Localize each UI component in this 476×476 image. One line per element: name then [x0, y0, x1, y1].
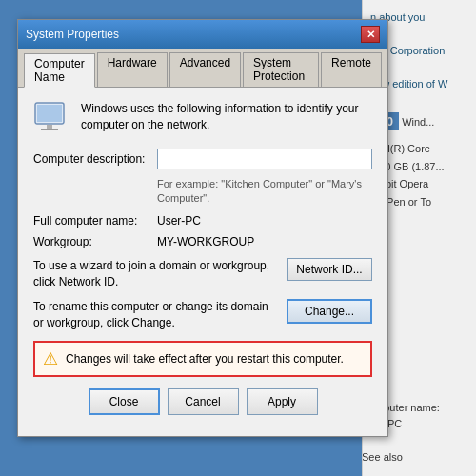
warning-icon: ⚠	[43, 348, 58, 369]
dialog-title: System Properties	[26, 28, 119, 41]
tab-system-protection[interactable]: System Protection	[243, 52, 319, 87]
close-dialog-button[interactable]: Close	[89, 388, 160, 415]
tab-bar: Computer Name Hardware Advanced System P…	[18, 49, 387, 88]
svg-rect-1	[37, 105, 62, 122]
tab-remote[interactable]: Remote	[321, 52, 382, 87]
info-box: Windows uses the following information t…	[33, 101, 372, 135]
computer-description-label: Computer description:	[33, 152, 157, 166]
bottom-buttons: Close Cancel Apply	[33, 388, 372, 423]
close-button[interactable]: ✕	[361, 26, 380, 43]
workgroup-value: MY-WORKGROUP	[157, 235, 254, 248]
warning-box: ⚠ Changes will take effect after you res…	[33, 341, 372, 377]
full-computer-name-row: Full computer name: User-PC	[33, 214, 372, 228]
apply-button[interactable]: Apply	[247, 388, 318, 415]
dialog-content: Windows uses the following information t…	[18, 88, 387, 436]
computer-description-input[interactable]	[157, 149, 372, 169]
tab-advanced[interactable]: Advanced	[169, 52, 241, 87]
svg-rect-2	[47, 125, 52, 129]
change-text: To rename this computer or change its do…	[33, 299, 279, 331]
warning-text: Changes will take effect after you resta…	[66, 352, 344, 366]
system-properties-dialog: System Properties ✕ Computer Name Hardwa…	[17, 19, 388, 437]
cancel-button[interactable]: Cancel	[168, 388, 239, 415]
bg-badge-sub: Wind...	[402, 116, 434, 128]
title-bar: System Properties ✕	[18, 20, 387, 49]
change-button[interactable]: Change...	[287, 299, 372, 324]
bg-see-also: See also	[362, 449, 468, 466]
example-text: For example: "Kitchen Computer" or "Mary…	[157, 177, 372, 207]
full-computer-name-label: Full computer name:	[33, 214, 157, 228]
title-bar-controls: ✕	[361, 26, 380, 43]
svg-rect-3	[41, 129, 58, 130]
tab-computer-name[interactable]: Computer Name	[24, 53, 95, 88]
info-text: Windows uses the following information t…	[81, 101, 372, 133]
workgroup-row: Workgroup: MY-WORKGROUP	[33, 235, 372, 248]
network-id-row: To use a wizard to join a domain or work…	[33, 258, 372, 290]
computer-icon	[33, 101, 71, 135]
network-id-text: To use a wizard to join a domain or work…	[33, 258, 279, 290]
workgroup-label: Workgroup:	[33, 235, 157, 248]
network-id-button[interactable]: Network ID...	[287, 258, 372, 281]
full-computer-name-value: User-PC	[157, 214, 201, 228]
computer-description-row: Computer description:	[33, 149, 372, 169]
tab-hardware[interactable]: Hardware	[97, 52, 168, 87]
change-row: To rename this computer or change its do…	[33, 299, 372, 331]
